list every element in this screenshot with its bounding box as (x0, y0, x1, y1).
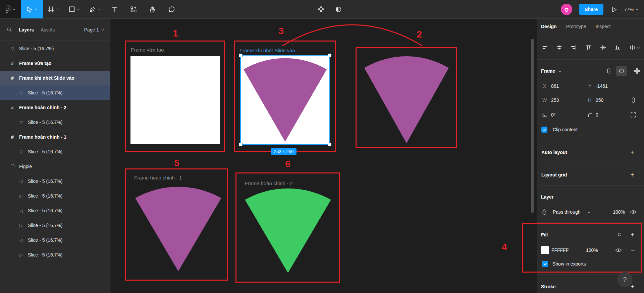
help-button[interactable]: ? (617, 272, 633, 287)
eye-icon[interactable] (615, 247, 622, 253)
frame-label[interactable]: Frame hoàn chỉnh - 1 (134, 175, 182, 180)
annotation-number-1: 1 (173, 28, 178, 39)
constrain-proportions-icon[interactable] (630, 96, 637, 104)
align-top-icon[interactable] (585, 44, 592, 51)
frame-vua-tao[interactable] (130, 56, 220, 144)
use-as-mask-icon[interactable] (335, 6, 342, 13)
eye-icon[interactable] (630, 209, 637, 215)
layer-row-5[interactable]: ▽Slice - 5 (16.7%) (0, 115, 110, 130)
comment-tool-button[interactable] (162, 0, 180, 18)
align-horizontal-center-icon[interactable] (556, 44, 562, 51)
layer-row-1[interactable]: #Frame vừa tạo (0, 56, 110, 71)
chevron-down-icon[interactable] (77, 8, 80, 10)
hand-tool-button[interactable] (143, 0, 162, 18)
chevron-down-icon[interactable] (98, 8, 101, 10)
layer-opacity-input[interactable]: 100% (607, 207, 625, 217)
avatar[interactable]: Q (561, 4, 572, 15)
chevron-down-icon (636, 8, 639, 10)
create-component-icon[interactable] (317, 6, 325, 13)
tab-design[interactable]: Design (541, 24, 557, 29)
align-right-icon[interactable] (570, 44, 577, 51)
y-input[interactable]: -1461 (596, 81, 608, 91)
remove-fill-button[interactable]: − (631, 244, 635, 256)
layer-row-7[interactable]: ▽Slice - 5 (16.7%) (0, 144, 110, 159)
layer-row-12[interactable]: ▷Slice - 5 (16.7%) (0, 218, 110, 233)
layer-row-0[interactable]: ▽Slice - 5 (16.7%) (0, 41, 110, 56)
shrink-to-fit-icon[interactable] (634, 68, 640, 74)
blend-mode-icon[interactable] (541, 209, 548, 215)
pie-slice-green[interactable] (242, 186, 334, 276)
layer-title: Layer (541, 192, 553, 202)
blend-mode-dropdown[interactable]: Pass through (553, 207, 581, 217)
page-selector[interactable]: Page 1 (84, 27, 104, 32)
frame-tool-button[interactable] (43, 0, 64, 18)
search-icon[interactable] (7, 27, 12, 32)
main-menu-button[interactable] (0, 0, 21, 18)
canvas[interactable]: Frame vừa tạo Frame khi nhét Slide vào 2… (111, 19, 537, 293)
text-tool-button[interactable] (105, 0, 124, 18)
resources-tool-button[interactable] (124, 0, 143, 18)
show-in-exports-checkbox[interactable] (542, 261, 548, 267)
pie-slice-purple[interactable] (132, 184, 224, 274)
clip-content-checkbox[interactable] (541, 127, 547, 133)
chevron-down-icon[interactable] (35, 8, 38, 10)
zoom-menu[interactable]: 77% (624, 7, 639, 12)
frame-label-selected[interactable]: Frame khi nhét Slide vào (239, 48, 295, 53)
layer-row-2[interactable]: #Frame khi nhét Slide vào (0, 71, 110, 85)
frame-label[interactable]: Frame hoàn chỉnh - 2 (245, 180, 293, 186)
fill-hex-input[interactable]: FFFFFF (551, 244, 569, 256)
check-icon (543, 128, 546, 131)
corner-radius-input[interactable]: 0 (596, 110, 598, 120)
add-auto-layout-button[interactable]: + (630, 147, 634, 157)
selection-handle-ne[interactable] (328, 54, 331, 57)
fill-styles-icon[interactable] (616, 232, 622, 238)
align-bottom-icon[interactable] (614, 44, 621, 51)
move-tool-button[interactable] (21, 0, 43, 18)
x-input[interactable]: 861 (551, 81, 559, 91)
layer-row-9[interactable]: ◁Slice - 5 (16.7%) (0, 174, 110, 189)
independent-corners-icon[interactable] (630, 112, 637, 118)
height-input[interactable]: 250 (596, 95, 603, 105)
distribute-menu[interactable] (629, 44, 640, 51)
tab-inspect[interactable]: Inspect (596, 24, 611, 29)
alignment-toolbar (537, 38, 644, 57)
frame-label[interactable]: Frame vừa tạo (131, 47, 164, 53)
fill-opacity-input[interactable]: 100% (586, 244, 598, 256)
layer-row-14[interactable]: ▷Slice - 5 (16.7%) (0, 247, 110, 262)
layer-row-4[interactable]: #Frame hoàn chỉnh - 2 (0, 100, 110, 115)
frame-khi-nhet-slide-vao[interactable] (241, 56, 329, 144)
pie-slice-purple[interactable] (362, 54, 451, 146)
layer-row-13[interactable]: ◁Slice - 5 (16.7%) (0, 233, 110, 247)
selection-handle-sw[interactable] (239, 143, 243, 146)
share-button[interactable]: Share (579, 4, 603, 15)
add-fill-button[interactable]: + (631, 229, 635, 240)
tab-layers[interactable]: Layers (19, 27, 34, 32)
fill-color-swatch[interactable] (541, 246, 549, 254)
align-vertical-center-icon[interactable] (600, 44, 606, 51)
selection-handle-nw[interactable] (239, 54, 243, 57)
width-input[interactable]: 253 (551, 95, 559, 105)
frame-type-dropdown[interactable]: Frame (541, 65, 555, 77)
align-left-icon[interactable] (541, 44, 548, 51)
layer-row-3[interactable]: ▽Slice - 5 (16.7%) (0, 85, 110, 100)
present-icon[interactable] (610, 6, 618, 13)
layer-row-11[interactable]: ◁Slice - 5 (16.7%) (0, 203, 110, 218)
pen-tool-button[interactable] (85, 0, 105, 18)
selection-handle-se[interactable] (328, 143, 331, 146)
landscape-orientation-button[interactable] (616, 66, 627, 76)
shape-tool-button[interactable] (64, 0, 85, 18)
layer-row-6[interactable]: #Frame hoàn chỉnh - 1 (0, 130, 110, 144)
slice-dashed-icon (9, 164, 16, 169)
canvas-scrollbar[interactable] (531, 39, 534, 213)
rotation-input[interactable]: 0° (551, 110, 555, 120)
pie-slice-purple[interactable] (241, 56, 329, 144)
chevron-down-icon[interactable] (56, 8, 59, 10)
layer-row-8[interactable]: Figpie (0, 159, 110, 174)
tab-assets[interactable]: Assets (41, 27, 55, 32)
layer-row-10[interactable]: ▷Slice - 5 (16.7%) (0, 189, 110, 203)
tab-prototype[interactable]: Prototype (566, 24, 586, 29)
layer-name: Slice - 5 (16.7%) (28, 223, 62, 228)
portrait-orientation-button[interactable] (603, 66, 614, 76)
add-layout-grid-button[interactable]: + (630, 170, 634, 180)
layer-name: Slice - 5 (16.7%) (28, 120, 62, 125)
